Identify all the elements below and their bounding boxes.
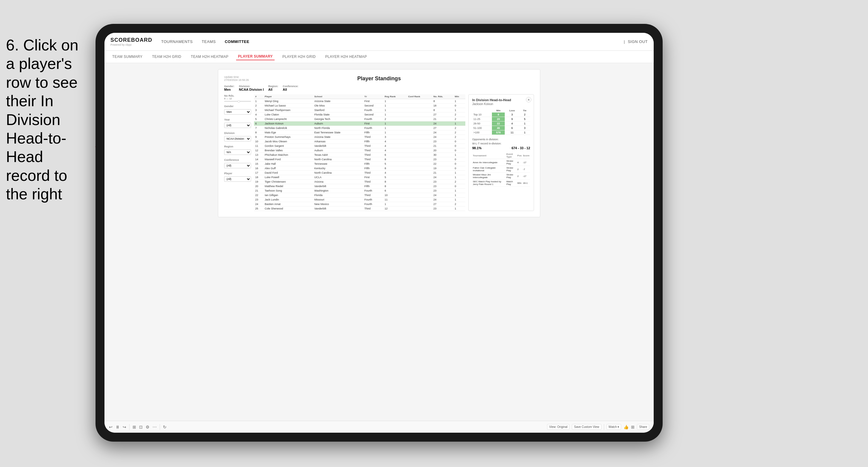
h2h-row: 26-50 22 4 1 (472, 121, 530, 126)
tablet-screen: SCOREBOARD Powered by clippi TOURNAMENTS… (104, 33, 654, 433)
nav-items: TOURNAMENTS TEAMS COMMITTEE (161, 38, 624, 45)
sign-out-link[interactable]: Sign out (628, 38, 648, 45)
opponents-pct: 98.1% (472, 146, 482, 150)
tablet-frame: SCOREBOARD Powered by clippi TOURNAMENTS… (95, 24, 663, 442)
table-row[interactable]: 2 Michael La Sasso Ole Miss Second 1 18 … (254, 103, 465, 108)
pause-icon[interactable]: ⏸ (116, 425, 120, 429)
col-win: Win (454, 94, 465, 99)
table-row[interactable]: 1 Wenyi Ding Arizona State First 1 8 1 (254, 99, 465, 103)
view-original-btn[interactable]: View: Original (547, 424, 570, 430)
top-nav: SCOREBOARD Powered by clippi TOURNAMENTS… (104, 33, 654, 51)
col-rank: # (254, 94, 264, 99)
table-row[interactable]: 21 Taehoon Song Washington Fourth 6 23 1 (254, 189, 465, 193)
record-label-row: W-L-T record in-division: (472, 142, 530, 145)
standings-table: # Player School Yr Reg Rank Conf Rank No… (254, 94, 465, 211)
redo-icon[interactable]: ↪ (123, 425, 126, 429)
table-row[interactable]: 13 Phichakun Maichon Texas A&M Third 6 3… (254, 153, 465, 157)
table-row[interactable]: 10 Jacob Mou Olesen Arkansas Fifth 4 23 … (254, 139, 465, 144)
sub-nav-player-summary[interactable]: PLAYER SUMMARY (236, 53, 275, 60)
gender-select[interactable]: Men (224, 109, 251, 115)
table-row[interactable]: 5 Christo Lamprecht Georgia Tech Fourth … (254, 117, 465, 121)
dashboard-title: Player Standings (357, 75, 401, 82)
col-yr: Yr (363, 94, 383, 99)
year-select[interactable]: (All) (224, 123, 251, 128)
no-rds-slider[interactable] (224, 101, 251, 102)
more-icon[interactable]: ⋯ (153, 425, 157, 429)
region-filter-group: Region N/A (224, 145, 251, 155)
col-player: Player (264, 94, 313, 99)
table-row[interactable]: 16 Alex Guff Kentucky Fifth 8 19 0 (254, 166, 465, 171)
table-row[interactable]: 8 Mats Ege East Tennessee State Fifth 1 … (254, 130, 465, 135)
sub-nav-team-h2h-grid[interactable]: TEAM H2H GRID (150, 54, 183, 60)
record-value: 674 - 33 - 12 (512, 146, 530, 150)
table-row[interactable]: 4 Luke Claton Florida State Second 1 27 … (254, 113, 465, 117)
col-reg-rank: Reg Rank (383, 94, 407, 99)
table-row[interactable]: 22 Ian Gilligan Florida Third 10 24 1 (254, 193, 465, 197)
table-row[interactable]: 9 Preston Summerhays Arizona State Third… (254, 135, 465, 139)
table-row[interactable]: 6 Jackson Koivun Auburn First 1 24 1 (254, 121, 465, 126)
table-row[interactable]: 17 David Ford North Carolina Third 4 21 … (254, 171, 465, 175)
filter-conference: Conference: All (283, 85, 299, 91)
col-no-rds: No. Rds. (432, 94, 454, 99)
thumbs-up-icon[interactable]: 👍 (624, 425, 629, 429)
table-row[interactable]: 7 Nicholas Gabrelcik North Florida Fourt… (254, 126, 465, 130)
nav-separator: | (624, 40, 625, 44)
save-custom-view-btn[interactable]: Save Custom View (572, 424, 601, 430)
h2h-row: >100 578 11 1 (472, 130, 530, 135)
table-row[interactable]: 14 Maxwell Ford North Carolina Third 8 2… (254, 157, 465, 162)
nav-tournaments[interactable]: TOURNAMENTS (161, 38, 193, 45)
dashboard-header: Player Standings (224, 75, 534, 82)
table-row[interactable]: 24 Bastien Amat New Mexico Fourth 1 27 2 (254, 202, 465, 207)
sub-nav-team-summary[interactable]: TEAM SUMMARY (111, 54, 144, 60)
undo-icon[interactable]: ↩ (109, 425, 113, 429)
h2h-close-button[interactable]: ✕ (526, 97, 531, 102)
grid-icon[interactable]: ⊞ (631, 425, 634, 429)
table-row[interactable]: 18 Luke Powell UCLA First 5 24 1 (254, 175, 465, 180)
player-select[interactable]: (All) (224, 176, 251, 182)
gender-filter-group: Gender Men (224, 105, 251, 115)
h2h-row: 51-100 46 6 3 (472, 126, 530, 130)
table-row[interactable]: 15 Jake Hall Tennessee Fifth 5 22 0 (254, 162, 465, 166)
watch-btn[interactable]: Watch ▾ (607, 424, 621, 430)
sub-nav-player-h2h-grid[interactable]: PLAYER H2H GRID (281, 54, 318, 60)
toolbar-divider-2 (160, 424, 160, 430)
paste-icon[interactable]: ⊡ (139, 425, 143, 429)
division-select[interactable]: NCAA Division I (224, 136, 251, 142)
logo-scoreboard: SCOREBOARD (111, 37, 152, 43)
dashboard: Update time: 27/03/2024 16:56:26 Player … (218, 69, 540, 217)
sub-nav-team-h2h-heatmap[interactable]: TEAM H2H HEATMAP (189, 54, 230, 60)
conference-select[interactable]: (All) (224, 163, 251, 168)
toolbar-right: View: Original Save Custom View Watch ▾ … (547, 424, 649, 430)
nav-committee[interactable]: COMMITTEE (225, 38, 250, 45)
bottom-toolbar: ↩ ⏸ ↪ ⊞ ⊡ ⚙ ⋯ ↻ View: Original Save Cust… (104, 421, 654, 433)
filters-panel: No Rds. 6 — 12 Gender (224, 94, 251, 211)
division-filter-group: Division NCAA Division I (224, 132, 251, 142)
sub-nav: TEAM SUMMARY TEAM H2H GRID TEAM H2H HEAT… (104, 51, 654, 63)
main-layout: No Rds. 6 — 12 Gender (224, 94, 534, 211)
region-select[interactable]: N/A (224, 150, 251, 155)
refresh-icon[interactable]: ↻ (163, 425, 166, 429)
table-row[interactable]: 25 Cole Sherwood Vanderbilt Third 12 23 … (254, 207, 465, 211)
year-filter-group: Year (All) (224, 118, 251, 128)
settings-icon[interactable]: ⚙ (146, 425, 150, 429)
copy-icon[interactable]: ⊞ (132, 425, 136, 429)
tournament-row: Fallon Oak Collegiate Invitational Strok… (472, 166, 530, 173)
share-btn[interactable]: Share (637, 424, 649, 430)
table-row[interactable]: 20 Matthew Riedel Vanderbilt Fifth 8 23 … (254, 184, 465, 189)
tournament-row: SEC Match Play hosted by Jerry Pate Roun… (472, 180, 530, 187)
h2h-panel: ✕ In Division Head-to-Head Jackson Koivu… (468, 94, 534, 211)
toolbar-divider-3 (604, 424, 604, 430)
filters-row: Gender: Men Division: NCAA Division I Re… (224, 85, 534, 91)
no-rds-filter: No Rds. 6 — 12 (224, 94, 251, 102)
h2h-title: In Division Head-to-Head (472, 98, 530, 102)
h2h-player-name: Jackson Koivun (472, 102, 530, 106)
table-row[interactable]: 11 Gordon Sargent Vanderbilt Third 4 21 … (254, 144, 465, 148)
table-row[interactable]: 23 Jack Lundin Missouri Fourth 11 24 1 (254, 197, 465, 202)
opponents-row: Opponents in division: (472, 138, 530, 141)
nav-teams[interactable]: TEAMS (202, 38, 216, 45)
table-row[interactable]: 3 Michael Thorbjornsen Stanford Fourth 1… (254, 108, 465, 113)
table-row[interactable]: 19 Tiger Christensen Arizona Third 8 23 … (254, 180, 465, 184)
table-row[interactable]: 12 Brendan Valles Auburn Third 4 20 0 (254, 148, 465, 153)
filter-gender: Gender: Men (224, 85, 235, 91)
sub-nav-player-h2h-heatmap[interactable]: PLAYER H2H HEATMAP (323, 54, 369, 60)
